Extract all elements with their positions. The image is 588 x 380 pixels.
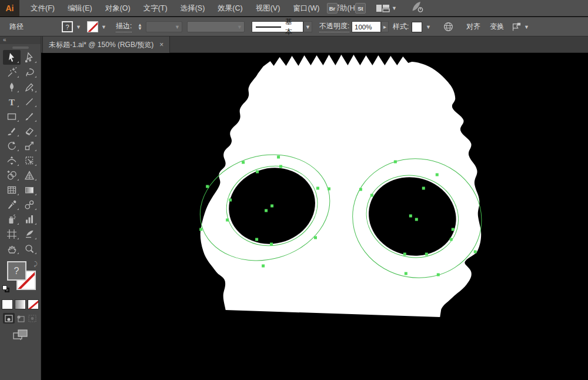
left-eye-center-point[interactable] bbox=[270, 205, 273, 208]
cs-live-button[interactable] bbox=[410, 1, 425, 15]
left-eye-center-point[interactable] bbox=[265, 209, 268, 212]
tool-scale[interactable] bbox=[21, 138, 38, 153]
tool-paintbrush[interactable] bbox=[21, 109, 38, 124]
tool-direct-selection[interactable] bbox=[21, 50, 38, 65]
opacity-label[interactable]: 不透明度: bbox=[319, 17, 349, 36]
default-fill-stroke-icon[interactable] bbox=[2, 285, 9, 292]
tool-blend[interactable] bbox=[21, 197, 38, 212]
stroke-swatch-chevron[interactable]: ▼ bbox=[100, 17, 108, 36]
fill-swatch-chevron[interactable]: ▼ bbox=[75, 17, 82, 36]
color-button[interactable] bbox=[2, 299, 13, 309]
left-eye-anchor-point[interactable] bbox=[255, 238, 258, 241]
workspace-switcher[interactable]: ▼ bbox=[376, 4, 397, 13]
tool-rectangle[interactable] bbox=[3, 109, 21, 124]
right-eye-anchor-point[interactable] bbox=[422, 187, 425, 190]
right-eye-anchor-point[interactable] bbox=[425, 253, 428, 256]
screen-mode-button[interactable] bbox=[0, 328, 41, 341]
canvas[interactable] bbox=[42, 53, 588, 380]
tool-hand[interactable] bbox=[3, 241, 21, 256]
tool-free-transform[interactable] bbox=[21, 153, 38, 168]
tool-eyedropper[interactable] bbox=[3, 197, 21, 212]
tool-magic-wand[interactable] bbox=[3, 65, 21, 79]
stock-button[interactable]: St bbox=[355, 3, 366, 14]
fill-color-well[interactable]: ? bbox=[7, 261, 26, 281]
tool-line-segment[interactable] bbox=[21, 94, 38, 109]
brush-dropdown[interactable]: ▼ bbox=[187, 17, 245, 36]
stroke-style-dropdown[interactable]: 基本 ▼ bbox=[252, 17, 312, 36]
draw-inside-button[interactable] bbox=[26, 313, 38, 324]
tool-artboard[interactable] bbox=[3, 226, 21, 241]
left-eye-anchor-point[interactable] bbox=[226, 219, 229, 222]
right-eye-anchor-point[interactable] bbox=[359, 188, 362, 191]
stroke-none-swatch[interactable] bbox=[87, 17, 98, 36]
left-eye-anchor-point[interactable] bbox=[316, 187, 319, 190]
stroke-weight-label[interactable]: 描边: bbox=[116, 17, 132, 36]
right-eye-anchor-point[interactable] bbox=[450, 238, 453, 241]
menu-item-4[interactable]: 选择(S) bbox=[174, 0, 212, 16]
left-eye-anchor-point[interactable] bbox=[270, 243, 273, 246]
right-eye-anchor-point[interactable] bbox=[437, 274, 440, 276]
tool-zoom[interactable] bbox=[21, 241, 38, 256]
panel-collapse-button[interactable]: « bbox=[0, 36, 41, 44]
tool-column-graph[interactable] bbox=[21, 212, 38, 226]
right-eye-anchor-point[interactable] bbox=[370, 194, 373, 197]
tool-type[interactable]: T bbox=[3, 94, 21, 109]
menu-item-6[interactable]: 视图(V) bbox=[249, 0, 287, 16]
select-similar-button[interactable]: ▼ bbox=[511, 17, 529, 36]
tool-selection[interactable] bbox=[3, 50, 21, 65]
tool-rotate[interactable] bbox=[3, 138, 21, 153]
tool-gradient[interactable] bbox=[21, 182, 38, 197]
panel-grip[interactable] bbox=[12, 46, 29, 49]
tool-pencil[interactable] bbox=[21, 79, 38, 94]
tool-pen[interactable] bbox=[3, 79, 21, 94]
bridge-button[interactable]: Br bbox=[327, 3, 338, 14]
left-eye-anchor-point[interactable] bbox=[242, 161, 245, 164]
left-eye-anchor-point[interactable] bbox=[262, 265, 265, 268]
style-swatch[interactable] bbox=[412, 17, 422, 36]
document-setup-globe[interactable] bbox=[443, 17, 454, 36]
tool-shape-builder[interactable] bbox=[3, 168, 21, 182]
tab-close-icon[interactable]: × bbox=[159, 41, 163, 49]
right-eye-anchor-point[interactable] bbox=[436, 174, 439, 176]
left-eye-anchor-point[interactable] bbox=[206, 185, 209, 188]
stroke-style-chevron[interactable]: ▼ bbox=[303, 21, 312, 32]
right-eye-anchor-point[interactable] bbox=[452, 228, 455, 231]
draw-normal-button[interactable] bbox=[3, 313, 15, 324]
right-eye-anchor-point[interactable] bbox=[403, 253, 406, 256]
right-eye-center-point[interactable] bbox=[415, 218, 418, 221]
document-tab[interactable]: 未标题-1.ai* @ 150% (RGB/预览) × bbox=[42, 36, 170, 53]
left-eye-anchor-point[interactable] bbox=[277, 156, 280, 159]
opacity-input[interactable]: 100% bbox=[352, 17, 381, 36]
none-button[interactable] bbox=[28, 299, 39, 309]
tool-mesh[interactable] bbox=[3, 182, 21, 197]
left-eye-anchor-point[interactable] bbox=[328, 188, 330, 191]
tool-blob-brush[interactable] bbox=[3, 124, 21, 138]
tool-lasso[interactable] bbox=[21, 65, 38, 79]
menu-item-0[interactable]: 文件(F) bbox=[24, 0, 61, 16]
right-eye-center-point[interactable] bbox=[409, 215, 412, 218]
left-eye-anchor-point[interactable] bbox=[314, 236, 317, 239]
opacity-expand-button[interactable]: ▸ bbox=[381, 17, 389, 36]
tool-symbol-sprayer[interactable] bbox=[3, 212, 21, 226]
align-button[interactable]: 对齐 bbox=[466, 17, 480, 36]
right-eye-anchor-point[interactable] bbox=[394, 161, 397, 164]
menu-item-7[interactable]: 窗口(W) bbox=[286, 0, 326, 16]
tool-width[interactable] bbox=[3, 153, 21, 168]
left-eye-anchor-point[interactable] bbox=[256, 171, 259, 174]
draw-behind-button[interactable] bbox=[15, 313, 26, 324]
tool-perspective-grid[interactable] bbox=[21, 168, 38, 182]
swap-fill-stroke-icon[interactable]: ⤸ bbox=[34, 261, 38, 268]
fill-swatch[interactable]: ? bbox=[62, 17, 73, 36]
transform-button[interactable]: 变换 bbox=[490, 17, 504, 36]
left-eye-anchor-point[interactable] bbox=[199, 228, 202, 231]
menu-item-1[interactable]: 编辑(E) bbox=[61, 0, 99, 16]
stroke-weight-dropdown[interactable]: ▼ bbox=[146, 17, 182, 36]
menu-item-3[interactable]: 文字(T) bbox=[137, 0, 174, 16]
menu-item-2[interactable]: 对象(O) bbox=[99, 0, 137, 16]
stroke-weight-stepper[interactable]: ▲▼ bbox=[138, 17, 142, 36]
left-eye-anchor-point[interactable] bbox=[279, 165, 282, 168]
menu-item-5[interactable]: 效果(C) bbox=[211, 0, 249, 16]
left-eye-anchor-point[interactable] bbox=[229, 199, 232, 202]
right-eye-anchor-point[interactable] bbox=[474, 251, 477, 254]
tool-eraser[interactable] bbox=[21, 124, 38, 138]
